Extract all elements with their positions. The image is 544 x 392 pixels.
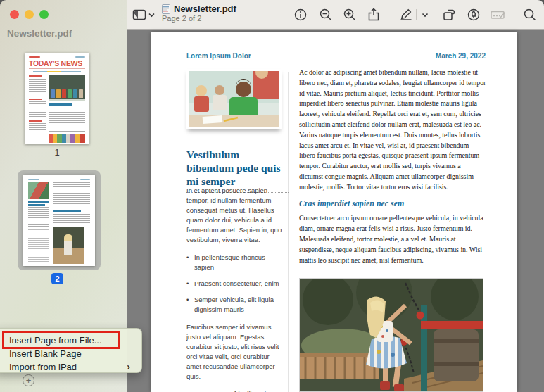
- left-para-1: In et aptent posuere sapien tempor, id n…: [186, 186, 283, 245]
- thumb2-playground-photo: [53, 227, 84, 264]
- zoom-out-icon[interactable]: [318, 7, 334, 23]
- thumb1-subtitle-line: [33, 71, 81, 72]
- page-2-badge: 2: [51, 273, 63, 284]
- info-icon[interactable]: [293, 7, 308, 23]
- toolbar: Newsletter.pdf Page 2 of 2: [127, 0, 544, 30]
- thumb2-classroom-photo: [28, 182, 49, 199]
- traffic-lights: [10, 10, 49, 19]
- preview-window: Newsletter.pdf TODAY'S NEWS: [0, 0, 544, 392]
- bullet-item: Praesent consectetuer, enim: [186, 279, 283, 289]
- classroom-photo: [186, 69, 282, 129]
- markup-chevron-icon[interactable]: [420, 7, 430, 23]
- right-column-text: Ac dolor ac adipiscing amet bibendum nul…: [299, 68, 486, 265]
- document-viewport[interactable]: Lorem Ipsum Dolor March 29, 2022: [127, 30, 544, 392]
- thumbnail-sidebar: Newsletter.pdf TODAY'S NEWS: [0, 0, 127, 392]
- left-para-2: Faucibus semper id vivamus justo vel ali…: [186, 322, 283, 381]
- page-1-thumbnail[interactable]: TODAY'S NEWS: [25, 53, 89, 144]
- add-page-button[interactable]: +: [23, 374, 34, 386]
- thumb1-class-photo: [49, 75, 85, 101]
- thumb1-columns: [29, 75, 85, 143]
- share-icon[interactable]: [366, 7, 381, 23]
- zoom-in-icon[interactable]: [342, 7, 358, 23]
- thumb1-masthead: [29, 56, 85, 58]
- thumb1-pencils-photo: [49, 134, 85, 143]
- newsletter-header: Lorem Ipsum Dolor: [186, 52, 251, 60]
- submenu-chevron-icon: ›: [127, 360, 130, 374]
- text-annotation-icon: [490, 7, 505, 23]
- sidebar-document-title: Newsletter.pdf: [7, 28, 72, 39]
- toolbar-divider: [416, 9, 417, 20]
- right-margin-rule: [491, 72, 491, 392]
- pdf-page-2: Lorem Ipsum Dolor March 29, 2022: [151, 32, 517, 392]
- right-para-1: Ac dolor ac adipiscing amet bibendum nul…: [299, 68, 486, 193]
- right-para-2: Consectetuer arcu ipsum ornare pellentes…: [299, 213, 486, 265]
- page-1-label: 1: [25, 147, 89, 158]
- sidebar-toggle-chevron-icon[interactable]: [147, 7, 156, 23]
- newsletter-date: March 29, 2022: [436, 52, 486, 60]
- sidebar-toggle-icon[interactable]: [132, 7, 147, 23]
- playground-photo: [299, 278, 483, 392]
- bullet-item: Semper vehicula, elit ligula dignissim m…: [186, 295, 283, 315]
- pdf-document-icon: [162, 4, 170, 14]
- page-2-thumbnail[interactable]: [23, 175, 95, 266]
- bullet-list: In pellentesque rhoncus sapien Praesent …: [186, 253, 283, 315]
- window-title: Newsletter.pdf: [174, 4, 236, 14]
- thumb1-title: TODAY'S NEWS: [29, 59, 85, 69]
- rotate-icon[interactable]: [441, 7, 457, 23]
- highlight-icon[interactable]: [466, 7, 481, 23]
- left-column-text: In et aptent posuere sapien tempor, id n…: [186, 186, 283, 392]
- right-subheading: Cras imperdiet sapien nec sem: [299, 198, 486, 209]
- page-indicator: Page 2 of 2: [162, 14, 236, 23]
- red-annotation-box: [2, 331, 120, 349]
- close-window-button[interactable]: [10, 10, 19, 19]
- bullet-item: In pellentesque rhoncus sapien: [186, 253, 283, 272]
- zoom-window-button[interactable]: [39, 10, 49, 19]
- search-icon[interactable]: [522, 7, 538, 23]
- left-para-3: Quam nascetur fringilla quisque adipisci…: [186, 389, 283, 392]
- minimize-window-button[interactable]: [25, 10, 34, 19]
- menu-item-import-from-ipad[interactable]: Import from iPad ›: [0, 360, 141, 374]
- markup-pencil-icon[interactable]: [398, 7, 414, 23]
- column-divider-rule: [288, 72, 289, 392]
